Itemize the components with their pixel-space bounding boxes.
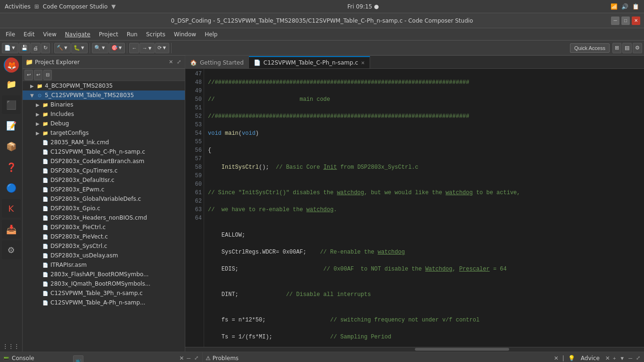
menu-navigate[interactable]: Navigate xyxy=(61,30,94,39)
prev-button[interactable]: ⟳▼ xyxy=(155,43,169,53)
dock-app[interactable]: K xyxy=(2,199,21,218)
code-scrollbar-h[interactable] xyxy=(185,347,644,352)
editor-tabs: 🏠 Getting Started 📄 C12SVPWM_Table_C-Ph_… xyxy=(185,56,644,69)
console-target-button[interactable]: 📺 xyxy=(73,355,83,362)
problems-close-icon: ✕ xyxy=(554,355,559,362)
tab-c12svpwm-c[interactable]: 📄 C12SVPWM_Table_C-Ph_n-samp.c ✕ xyxy=(249,56,370,68)
settings-button[interactable]: ⚙ xyxy=(633,43,642,53)
tree-item-epwm[interactable]: 📄 DSP2803x_EPwm.c xyxy=(23,185,185,194)
new-button[interactable]: 📄▼ xyxy=(2,43,18,53)
tree-label-debug: Debug xyxy=(50,120,69,127)
tree-item-5c12svpwm[interactable]: ▼ ⊙ 5_C12SVPWM_Table_TMS28035 xyxy=(23,90,185,100)
dock-gear[interactable]: ⚙ xyxy=(2,240,21,259)
menu-file[interactable]: File xyxy=(2,30,19,39)
dock-help[interactable]: ❓ xyxy=(2,157,21,176)
dock-firefox[interactable]: 🦊 xyxy=(4,58,19,73)
tree-item-4bc30pwm[interactable]: ▶ 📁 4_BC30PWM_TMS28035 xyxy=(23,81,185,90)
problems-controls: + ▼ ─ ⤢ xyxy=(612,354,641,362)
close-button[interactable]: ✕ xyxy=(632,16,640,25)
dock-package[interactable]: 📦 xyxy=(2,137,21,156)
problems-menu-button[interactable]: ▼ xyxy=(619,354,626,362)
dock-install[interactable]: 📥 xyxy=(2,220,21,239)
tree-label-c12svpwm-c: C12SVPWM_Table_C-Ph_n-samp.c xyxy=(50,148,145,155)
problems-maximize-button[interactable]: ⤢ xyxy=(635,354,641,362)
tree-item-headers[interactable]: 📄 DSP2803x_Headers_nonBIOS.cmd xyxy=(23,213,185,222)
tree-item-flashapi[interactable]: 📄 2803x_FlashAPI_BootROMSymbo... xyxy=(23,270,185,279)
sidebar-forward-button[interactable]: ↩ xyxy=(34,70,42,80)
tree-item-globalvars[interactable]: 📄 DSP2803x_GlobalVariableDefs.c xyxy=(23,194,185,204)
menu-run[interactable]: Run xyxy=(123,30,141,39)
tree-item-piectrl[interactable]: 📄 DSP2803x_PieCtrl.c xyxy=(23,222,185,232)
code-line-57: EALLOW; xyxy=(208,231,640,239)
maximize-button[interactable]: □ xyxy=(621,16,630,25)
tab-getting-started-label: Getting Started xyxy=(200,59,244,66)
menu-scripts[interactable]: Scripts xyxy=(142,30,169,39)
minimize-button[interactable]: ─ xyxy=(611,16,619,25)
tree-item-28035ram[interactable]: 📄 28035_RAM_lnk.cmd xyxy=(23,138,185,147)
layout-button[interactable]: ▤ xyxy=(622,43,632,53)
activities-label[interactable]: Activities xyxy=(5,3,31,10)
tree-item-c12svpwm-c[interactable]: 📄 C12SVPWM_Table_C-Ph_n-samp.c xyxy=(23,147,185,156)
view-toggle-button[interactable]: ⊞ xyxy=(612,43,621,53)
tree-item-aph[interactable]: 📄 C12SVPWM_Table_A-Ph_n-samp... xyxy=(23,298,185,307)
advice-close-icon: ✕ xyxy=(605,355,610,362)
tree-item-includes[interactable]: ▶ 📁 Includes xyxy=(23,109,185,119)
menu-edit[interactable]: Edit xyxy=(20,30,38,39)
tree-item-cputimers[interactable]: 📄 DSP2803x_CpuTimers.c xyxy=(23,166,185,175)
sidebar-toolbar: ↩ ↩ ⊟ xyxy=(23,69,185,81)
file-icon-globalvars: 📄 xyxy=(41,195,49,203)
target-button[interactable]: 🎯▼ xyxy=(109,43,125,53)
tree-item-codestart[interactable]: 📄 DSP2803x_CodeStartBranch.asm xyxy=(23,156,185,166)
sidebar-collapse-button[interactable]: ⊟ xyxy=(43,70,52,80)
dock-apps-grid[interactable]: ⋮⋮⋮ xyxy=(3,343,20,350)
advice-tab[interactable]: Advice xyxy=(577,354,603,362)
tree-item-targetconfigs[interactable]: ▶ 📁 targetConfigs xyxy=(23,128,185,138)
tree-label-pievect: DSP2803x_PieVect.c xyxy=(50,233,108,240)
print-button[interactable]: 🖨 xyxy=(31,43,41,53)
tree-item-pievect[interactable]: 📄 DSP2803x_PieVect.c xyxy=(23,232,185,241)
maximize-sidebar-button[interactable]: ⤢ xyxy=(176,58,182,66)
file-icon-3ph: 📄 xyxy=(41,289,49,297)
problems-minimize-button[interactable]: ─ xyxy=(627,354,633,362)
dock-terminal[interactable]: ⬛ xyxy=(2,95,21,114)
file-icon-codestart: 📄 xyxy=(41,157,49,165)
console-title: Console xyxy=(12,355,177,362)
line-numbers: 47 48 49 50 51 52 53 54 55 56 57 58 59 6… xyxy=(185,69,204,347)
problems-add-button[interactable]: + xyxy=(612,354,617,362)
tree-item-binaries[interactable]: ▶ 📁 Binaries xyxy=(23,100,185,109)
code-content[interactable]: //######################################… xyxy=(204,69,644,347)
console-minimize-button[interactable]: ─ xyxy=(186,354,191,362)
dock-text[interactable]: 📝 xyxy=(2,116,21,135)
console-maximize-button[interactable]: ⤢ xyxy=(193,354,199,362)
dock-folder[interactable]: 📁 xyxy=(2,74,21,93)
save-button[interactable]: 💾 xyxy=(19,43,30,53)
tree-item-debug[interactable]: ▶ 📁 Debug xyxy=(23,119,185,128)
code-scrollbar-thumb[interactable] xyxy=(415,348,509,351)
tree-item-usdelay[interactable]: 📄 DSP2803x_usDelay.asm xyxy=(23,251,185,260)
back-button[interactable]: ← xyxy=(129,43,139,53)
menu-window[interactable]: Window xyxy=(170,30,200,39)
quick-access-button[interactable]: Quick Access xyxy=(570,43,610,53)
tree-item-defaultisr[interactable]: 📄 DSP2803x_DefaultIsr.c xyxy=(23,175,185,185)
tree-item-sysctrl[interactable]: 📄 DSP2803x_SysCtrl.c xyxy=(23,241,185,251)
menu-view[interactable]: View xyxy=(39,30,60,39)
minimize-sidebar-button[interactable]: ✕ xyxy=(168,58,174,66)
refresh-button[interactable]: ↻ xyxy=(41,43,50,53)
search-button[interactable]: 🔍▼ xyxy=(92,43,108,53)
tab-getting-started[interactable]: 🏠 Getting Started xyxy=(185,56,249,68)
build-button[interactable]: 🔨▼ xyxy=(54,43,71,53)
forward-button[interactable]: →▼ xyxy=(140,43,155,53)
tree-item-iqmath[interactable]: 📄 2803x_IQmath_BootROMSymbols... xyxy=(23,279,185,288)
debug-button[interactable]: 🐛▼ xyxy=(71,43,88,53)
menu-project[interactable]: Project xyxy=(95,30,122,39)
sidebar-back-button[interactable]: ↩ xyxy=(25,70,33,80)
tab-c12svpwm-c-label: C12SVPWM_Table_C-Ph_n-samp.c xyxy=(264,59,358,66)
tree-item-gpio[interactable]: 📄 DSP2803x_Gpio.c xyxy=(23,204,185,213)
tree-label-includes: Includes xyxy=(50,111,74,117)
dock-search[interactable]: 🔵 xyxy=(2,178,21,197)
tab-c12svpwm-c-close[interactable]: ✕ xyxy=(361,60,365,66)
app-menu-arrow: ▼ xyxy=(111,3,116,10)
tree-item-3ph[interactable]: 📄 C12SVPWM_Table_3Ph_n-samp.c xyxy=(23,288,185,298)
tree-item-itrapisr[interactable]: 📄 ITRAPIsr.asm xyxy=(23,260,185,270)
menu-help[interactable]: Help xyxy=(201,30,221,39)
